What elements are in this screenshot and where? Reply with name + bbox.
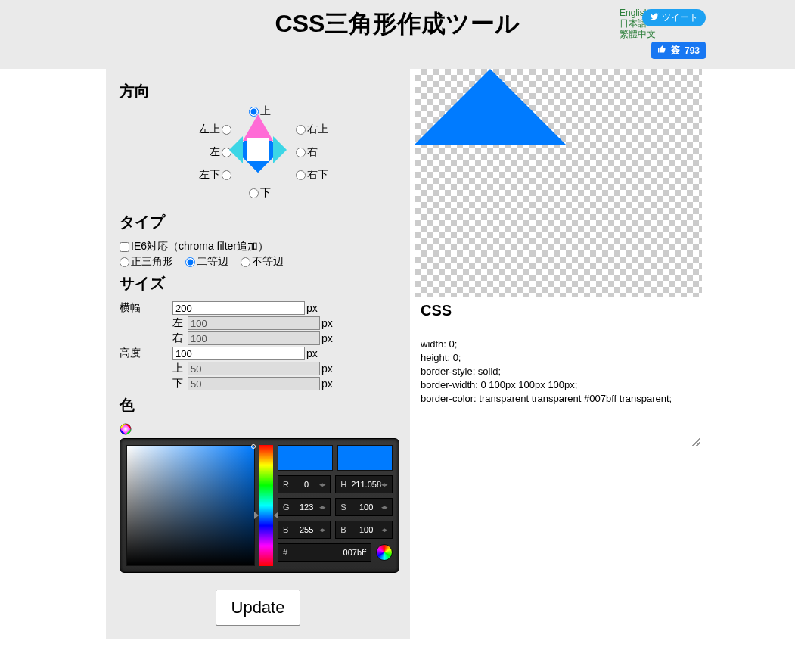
color-wheel-icon [120, 423, 132, 435]
r-input[interactable]: R0◂▸ [278, 475, 331, 493]
type-heading: タイプ [120, 212, 396, 232]
css-output-heading: CSS [421, 302, 702, 319]
direction-heading: 方向 [120, 81, 396, 101]
twitter-icon [650, 12, 659, 23]
size-heading: サイズ [120, 273, 396, 294]
triangle-preview [415, 69, 702, 297]
direction-radio-topleft[interactable]: 左上 [199, 123, 231, 136]
direction-radio-botright[interactable]: 右下 [296, 168, 328, 182]
update-button[interactable]: Update [216, 590, 301, 626]
width-label: 横幅 [120, 301, 172, 315]
direction-radio-topright[interactable]: 右上 [296, 123, 328, 136]
lang-link-chinese[interactable]: 繁體中文 [620, 29, 656, 39]
thumbs-up-icon [657, 45, 666, 56]
width-right-label: 右 [120, 331, 188, 345]
header: CSS三角形作成ツール English 日本語 繁體中文 ツイート 簽 793 [0, 0, 795, 69]
facebook-like-button[interactable]: 簽 793 [651, 42, 706, 59]
output-panel: CSS width: 0; height: 0; border-style: s… [415, 69, 702, 639]
shape-radio-scalene[interactable]: 不等辺 [241, 255, 284, 269]
like-label: 簽 [671, 44, 680, 57]
width-left-input [188, 316, 320, 330]
direction-selector: 上 左上 右上 左 右 左下 右下 下 [182, 109, 334, 207]
hue-slider[interactable] [259, 445, 273, 566]
width-left-label: 左 [120, 316, 188, 330]
direction-radio-bottom[interactable]: 下 [249, 186, 271, 200]
new-color-swatch[interactable] [337, 445, 393, 471]
height-input[interactable] [172, 347, 305, 360]
resize-handle-icon[interactable] [691, 437, 700, 446]
direction-radio-right[interactable]: 右 [296, 145, 318, 159]
h-input[interactable]: H211.058◂▸ [335, 475, 393, 493]
tweet-button[interactable]: ツイート [642, 9, 706, 26]
saturation-panel[interactable] [126, 445, 255, 566]
g-input[interactable]: G123◂▸ [278, 498, 331, 516]
css-output-code[interactable]: width: 0; height: 0; border-style: solid… [415, 324, 702, 433]
color-wheel-button[interactable] [376, 544, 393, 561]
color-heading: 色 [120, 395, 396, 415]
like-count: 793 [685, 45, 700, 56]
b-input[interactable]: B255◂▸ [278, 521, 331, 539]
shape-radio-isosceles[interactable]: 二等辺 [185, 255, 228, 269]
b2-input[interactable]: B100◂▸ [335, 521, 393, 539]
s-input[interactable]: S100◂▸ [335, 498, 393, 516]
direction-radio-botleft[interactable]: 左下 [199, 168, 231, 182]
direction-preview-graphic [226, 118, 290, 182]
width-input[interactable] [172, 301, 305, 315]
width-right-input [188, 331, 320, 345]
height-top-input [188, 362, 320, 375]
color-picker: R0◂▸ G123◂▸ B255◂▸ H211.058◂▸ S100◂▸ B10… [120, 438, 399, 573]
height-bot-input [188, 377, 320, 390]
controls-panel: 方向 上 左上 右上 左 右 左下 右下 下 タイプ IE6対応（chroma … [106, 69, 410, 639]
direction-radio-left[interactable]: 左 [210, 145, 231, 159]
ie6-checkbox[interactable]: IE6対応（chroma filter追加） [120, 240, 269, 254]
height-bot-label: 下 [120, 377, 188, 390]
shape-radio-equilateral[interactable]: 正三角形 [120, 255, 173, 269]
triangle-shape [415, 69, 566, 145]
height-top-label: 上 [120, 362, 188, 375]
tweet-label: ツイート [662, 11, 698, 24]
current-color-swatch[interactable] [278, 445, 333, 471]
hex-input[interactable]: #007bff [278, 543, 371, 562]
height-label: 高度 [120, 347, 172, 360]
